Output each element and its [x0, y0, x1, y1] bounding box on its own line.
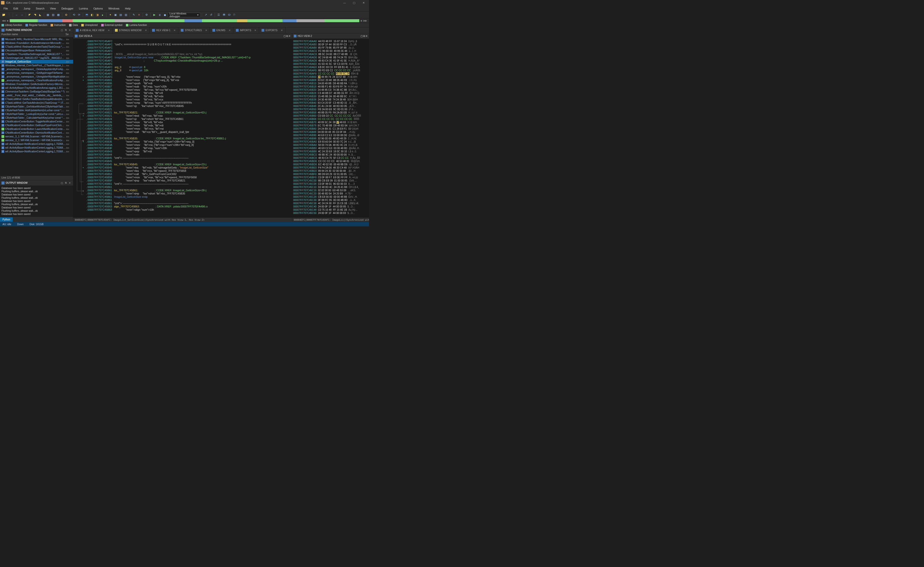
hex-line[interactable]: 00007FF707C45B50FB 2A 00 E8 9C 0D 01 00û…	[293, 108, 368, 111]
function-row[interactable]: fwil::ActivityBase<TrayNotificationAreaL…	[0, 86, 73, 90]
disasm-line[interactable]: .:00007FF707C45B21loc_7FF707C45B21: ; CO…	[73, 111, 292, 114]
disasm-line[interactable]: •.:00007FF707C45B01 "mnm">mov ["lbl">rsp…	[73, 78, 292, 82]
hex-line[interactable]: 00007FF707C45C10D2 48 8D 4C 24 20 41 B8Ò…	[293, 186, 368, 189]
hex-line[interactable]: 00007FF707C45BB040 E8 C2 E3 03 00 48 8D@…	[293, 147, 368, 150]
hex-line[interactable]: 00007FF707C45B2024 48 85 C0 74 3B 4C 8B$…	[293, 88, 368, 92]
function-row[interactable]: fxercesc_3_1::WFXMLScanner::~WFXMLScanne…	[0, 135, 73, 138]
tool-7[interactable]: ⬒	[84, 13, 89, 17]
menu-lumina[interactable]: Lumina	[76, 6, 90, 11]
disasm-line[interactable]: .:00007FF707C45B21	[73, 108, 292, 111]
disasm-line[interactable]: .:00007FF707C45B45	[73, 160, 292, 163]
hex-line[interactable]: 00007FF707C45C008B CB EB 39 01 00 00 85.…	[293, 179, 368, 182]
hex-line[interactable]: 00007FF707C45C4024 00 0F 1F 44 00 00 85$…	[293, 205, 368, 208]
data-icon[interactable]: ◥	[33, 13, 37, 17]
python-button[interactable]: Python	[0, 218, 13, 222]
menu-options[interactable]: Options	[91, 6, 105, 11]
function-row[interactable]: fCByteHashTable::_CalculateHashKey(uchar…	[0, 116, 73, 120]
hex-line[interactable]: 00007FF707C45AF8CC CC CC CC 48 89 5C 24Ì…	[293, 72, 368, 75]
hex-line[interactable]: 00007FF707C45C5024 00 0F 1F 44 00 00 83$…	[293, 212, 368, 214]
hex-line[interactable]: 00007FF707C45B4083 C4 20 5F C3 48 8D 15.…	[293, 101, 368, 105]
disasm-line[interactable]: •.:00007FF707C45B35 "mnm">mov "lbl">rbx,…	[73, 140, 292, 143]
pause-icon[interactable]: ⏸	[158, 13, 162, 17]
function-row[interactable]: f_anonymous_namespace_::ClearNotificatio…	[0, 78, 73, 82]
hex-line[interactable]: 00007FF707C45AF08B FD EB C2 CC CC CC CC.…	[293, 69, 368, 72]
disasm-line[interactable]: .:00007FF707C45B1F "mnm">jz "kw">short "…	[73, 105, 292, 108]
function-row[interactable]: fwil::ActivityBase<NotificationCenterLog…	[0, 150, 73, 153]
hex-line[interactable]: 00007FF707C45B482C A1 24 00 48 8D 0D 05,…	[293, 105, 368, 108]
minimize-button[interactable]: —	[340, 0, 349, 6]
tool-2[interactable]: ▨	[51, 13, 56, 17]
function-row[interactable]: f_anonymous_namespace_::DeleteAppIdentit…	[0, 68, 73, 71]
tool-13[interactable]: ▤	[118, 13, 123, 17]
hex-line[interactable]: 00007FF707C45C2000 48 8D 54 24 20 B9.H.T…	[293, 192, 368, 195]
disasm-line[interactable]: .:00007FF707C45B12 "mnm">mov "lbl">rbx, …	[73, 92, 292, 95]
tab-close-icon[interactable]: ✕	[143, 29, 147, 32]
disasm-line[interactable]: .:00007FF707C45B45"cmt">; --------------…	[73, 156, 292, 160]
disasm-line[interactable]: .:00007FF707C45AFC	[73, 62, 292, 66]
tool-18[interactable]: ↺	[208, 13, 213, 17]
disasm-line[interactable]: .:00007FF707C45B35	[73, 134, 292, 137]
hex-line[interactable]: 00007FF707C45B5848 8B 05 F9 FA 2A 00 EBH…	[293, 111, 368, 114]
hex-line[interactable]: 00007FF707C45B0008 48 89 74 24 10 57 48.…	[293, 75, 368, 78]
debugger-select[interactable]: Local Windows debugger▾	[168, 13, 200, 17]
function-row[interactable]: f_anonymous_namespace_::GetAppImageFileN…	[0, 71, 73, 75]
menu-search[interactable]: Search	[33, 6, 47, 11]
functions-list[interactable]: fMicrosoft::WRL::RuntimeClass<Microsoft:…	[0, 38, 73, 176]
tab-close-icon[interactable]: ✕	[226, 29, 231, 32]
menu-view[interactable]: View	[47, 6, 58, 11]
tool-10[interactable]: ●	[100, 13, 105, 17]
hex-line[interactable]: 00007FF707C45AD06C 24 68 48 8B 74 24 70l…	[293, 56, 368, 59]
hex-line[interactable]: 00007FF707C45AC88B 5C 24 60 8B C7 48 8B.…	[293, 52, 368, 56]
unk-icon[interactable]: ◣	[38, 13, 42, 17]
function-row[interactable]: fxercesc_3_1::WFXMLScanner::~WFXMLScanne…	[0, 138, 73, 142]
tab[interactable]: IMPORTS✕	[233, 27, 259, 33]
disasm-line[interactable]: .:00007FF707C45B43 "mnm">pop "lbl">rdi	[73, 150, 292, 153]
disasm-line[interactable]: .:00007FF707C45AFCarg_8 = qword ptr 10h	[73, 69, 292, 72]
hex-line[interactable]: 00007FF707C45B60C0 EB D2 CC CC CC CC CCÀ…	[293, 114, 368, 117]
tab[interactable]: A VIEW-A, HEX VIEW✕	[73, 27, 112, 33]
nav-back-icon[interactable]: ◀	[6, 20, 8, 22]
function-row[interactable]: f_wistd__Func_impl_wistd__Callable_obj__…	[0, 93, 73, 97]
disasm-line[interactable]: .:00007FF707C45B3A "mnm">mov "lbl">rsi, …	[73, 143, 292, 147]
hex-line[interactable]: 00007FF707C45AB885 FF 79 86 85 FF 0F 88.…	[293, 46, 368, 50]
hex-line[interactable]: 00007FF707C45AC0FC 96 0D 00 49 89 2E 48ü…	[293, 50, 368, 52]
hex-line[interactable]: 00007FF707C45B7048 89 5C 24 08 57 48 83H…	[293, 121, 368, 124]
hex-line[interactable]: 00007FF707C45BA0E8 93 A3 04 00 83 7C 24è…	[293, 140, 368, 143]
disasm-line[interactable]: .:00007FF707C45B07 "mnm">sub "lbl">rsp, …	[73, 85, 292, 88]
function-row[interactable]: fCTaskListWnd::GetAccTaskButtonGroupAtIn…	[0, 97, 73, 101]
hex-line[interactable]: 00007FF707C45BC848 83 C4 70 5F C3 CC CCH…	[293, 156, 368, 160]
disasm-line[interactable]: .:00007FF707C45B61	[73, 198, 292, 202]
function-row[interactable]: fCAccessibleWrapperBase::Release(void).t…	[0, 49, 73, 52]
function-row[interactable]: fCNotificationCenterButton::GetInputType…	[0, 123, 73, 127]
hex-line[interactable]: 00007FF707C45BF08B D9 E8 29 02 01 00 85.…	[293, 172, 368, 176]
hex-line[interactable]: 00007FF707C45C384C 24 24 30 FF 15 C6 1BL…	[293, 202, 368, 205]
save-icon[interactable]: ⋮	[7, 13, 11, 17]
tool-4[interactable]: ✿	[64, 13, 68, 17]
tool-21[interactable]: ⛁	[227, 13, 231, 17]
nav-fwd-icon[interactable]: ▶	[361, 20, 363, 22]
delete-icon[interactable]: ✕	[136, 13, 141, 17]
view-dock-icon[interactable]: ▢	[360, 34, 363, 38]
tool-20[interactable]: ⛃	[222, 13, 226, 17]
hex-line[interactable]: 00007FF707C45B8024 24 B9 31 C1 28 E8 F1$…	[293, 127, 368, 130]
open-icon[interactable]: 📁	[2, 13, 6, 17]
tool-1[interactable]: ▦	[46, 13, 50, 17]
disasm-line[interactable]: •.:00007FF707C45B21 "mnm">test "lbl">rax…	[73, 114, 292, 117]
disasm-line[interactable]: .:00007FF707C45B18 "mnm">mov "lbl">rsi, …	[73, 98, 292, 101]
hex-line[interactable]: 00007FF707C45BA858 00 74 0A 48 8D 4C 24X…	[293, 143, 368, 147]
disasm-line[interactable]: .:00007FF707C45B45loc_7FF707C45B45: ; CO…	[73, 163, 292, 166]
disasm-line[interactable]: .:00007FF707C45B53 "mnm">call "lbl">_Get…	[73, 172, 292, 176]
function-row[interactable]: f_anonymous_namespace_::UnregisterWpnApp…	[0, 75, 73, 78]
tool-17[interactable]: ↗	[204, 13, 208, 17]
tab-close-icon[interactable]: ✕	[279, 29, 283, 32]
hex-line[interactable]: 00007FF707C45BE889 84 24 30 02 00 00 48.…	[293, 169, 368, 172]
panel-dock-icon[interactable]: ▢	[60, 28, 64, 32]
hex-line[interactable]: 00007FF707C45BE0F4 F4 2A 00 48 33 C4 48ô…	[293, 166, 368, 169]
disasm-line[interactable]: .:00007FF707C45B29 "mnm">mov "lbl">rdx, …	[73, 124, 292, 127]
disasm-line[interactable]: .:00007FF707C45B58 "mnm">mov "lbl">rax, …	[73, 176, 292, 179]
disasm-line[interactable]: .:00007FF707C45B61"cmt">; --------------…	[73, 182, 292, 186]
disasm-line[interactable]: .:00007FF707C45B61ImageList_GetIconSize …	[73, 195, 292, 198]
function-row[interactable]: fCNotificationCenterButton::ToggleNotifi…	[0, 120, 73, 123]
function-row[interactable]: fCloneImageList(_IMAGELIST *,tagSIZE,_IM…	[0, 56, 73, 60]
tab-close-icon[interactable]: ✕	[252, 29, 256, 32]
